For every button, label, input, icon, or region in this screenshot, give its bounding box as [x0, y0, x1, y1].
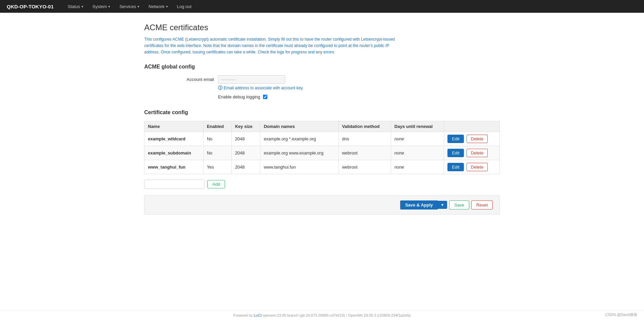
- cell-key-size: 2048: [231, 146, 260, 160]
- global-config-heading: ACME global config: [144, 64, 500, 70]
- global-config-section: ACME global config Account email ⓘ Email…: [144, 64, 500, 99]
- edit-button[interactable]: Edit: [447, 135, 464, 143]
- account-email-input[interactable]: [218, 75, 285, 84]
- col-key-size: Key size: [231, 121, 260, 132]
- watermark: CSDN @David唐将: [605, 312, 637, 317]
- chevron-down-icon: ▾: [138, 5, 139, 8]
- col-validation-method: Validation method: [338, 121, 391, 132]
- page-description: This configures ACME (Letsencrypt) autom…: [144, 36, 399, 56]
- table-row: www_tanghui_fun Yes 2048 www.tanghui.fun…: [145, 160, 500, 174]
- add-cert-button[interactable]: Add: [207, 180, 225, 188]
- page-footer: Powered by LuCI openwrt-23.05 branch (gi…: [0, 310, 644, 320]
- cert-config-heading: Certificate config: [144, 109, 500, 116]
- cell-validation-method: webroot: [338, 146, 391, 160]
- footer-version: openwrt-23.05 branch (git-24.073.29889-c…: [263, 313, 411, 317]
- footer-actions: Save & Apply ▼ Save Reset: [144, 195, 500, 215]
- col-name: Name: [145, 121, 204, 132]
- account-email-label: Account email: [144, 75, 218, 82]
- nav-item-network[interactable]: Network ▾: [145, 1, 172, 12]
- table-row: example_subdomain No 2048 example.org ww…: [145, 146, 500, 160]
- table-row: example_wildcard No 2048 example.org *.e…: [145, 132, 500, 146]
- cell-domain-names: example.org *.example.org: [260, 132, 338, 146]
- col-enabled: Enabled: [203, 121, 231, 132]
- cell-name: example_subdomain: [145, 146, 204, 160]
- page-title: ACME certificates: [144, 23, 500, 32]
- debug-logging-checkbox[interactable]: [263, 95, 267, 99]
- cell-name: example_wildcard: [145, 132, 204, 146]
- main-content: ACME certificates This configures ACME (…: [138, 13, 506, 235]
- nav-item-status[interactable]: Status ▾: [64, 1, 87, 12]
- chevron-down-icon: ▾: [108, 5, 110, 8]
- chevron-down-icon: ▾: [82, 5, 83, 8]
- debug-logging-label: Enable debug logging: [218, 94, 260, 99]
- add-cert-input[interactable]: [144, 180, 205, 189]
- debug-logging-row: Enable debug logging: [218, 94, 500, 99]
- cell-actions: Edit Delete: [444, 160, 500, 174]
- nav-item-logout[interactable]: Log out: [173, 1, 196, 12]
- save-apply-group: Save & Apply ▼: [400, 200, 447, 210]
- nav-items: Status ▾ System ▾ Services ▾ Network ▾ L…: [64, 1, 196, 12]
- cell-validation-method: webroot: [338, 160, 391, 174]
- save-apply-dropdown-button[interactable]: ▼: [438, 201, 447, 209]
- account-email-field-wrapper: ⓘ Email address to associate with accoun…: [218, 75, 304, 91]
- cell-actions: Edit Delete: [444, 132, 500, 146]
- info-icon: ⓘ: [218, 85, 222, 91]
- chevron-down-icon: ▾: [166, 5, 168, 8]
- edit-button[interactable]: Edit: [447, 149, 464, 157]
- col-days-until-renewal: Days until renewal: [391, 121, 444, 132]
- cert-table: Name Enabled Key size Domain names Valid…: [144, 121, 500, 174]
- delete-button[interactable]: Delete: [467, 135, 488, 143]
- cert-table-body: example_wildcard No 2048 example.org *.e…: [145, 132, 500, 174]
- cert-table-header: Name Enabled Key size Domain names Valid…: [145, 121, 500, 132]
- cell-enabled: Yes: [203, 160, 231, 174]
- save-button[interactable]: Save: [449, 200, 469, 210]
- cell-key-size: 2048: [231, 132, 260, 146]
- cell-days-until-renewal: none: [391, 132, 444, 146]
- cell-days-until-renewal: none: [391, 146, 444, 160]
- footer-powered-by: Powered by: [233, 313, 254, 317]
- cell-validation-method: dns: [338, 132, 391, 146]
- nav-item-services[interactable]: Services ▾: [115, 1, 143, 12]
- col-domain-names: Domain names: [260, 121, 338, 132]
- cert-config-section: Certificate config Name Enabled Key size…: [144, 109, 500, 215]
- delete-button[interactable]: Delete: [467, 149, 488, 157]
- account-email-hint: ⓘ Email address to associate with accoun…: [218, 85, 304, 91]
- navbar-brand: QKD-OP-TOKYO-01: [7, 4, 54, 9]
- col-actions: [444, 121, 500, 132]
- account-email-row: Account email ⓘ Email address to associa…: [144, 75, 500, 91]
- cell-domain-names: www.tanghui.fun: [260, 160, 338, 174]
- cell-enabled: No: [203, 132, 231, 146]
- save-apply-button[interactable]: Save & Apply: [400, 200, 438, 210]
- navbar: QKD-OP-TOKYO-01 Status ▾ System ▾ Servic…: [0, 0, 644, 13]
- cell-key-size: 2048: [231, 160, 260, 174]
- cell-enabled: No: [203, 146, 231, 160]
- cell-days-until-renewal: none: [391, 160, 444, 174]
- add-cert-row: Add: [144, 180, 500, 189]
- edit-button[interactable]: Edit: [447, 163, 464, 171]
- delete-button[interactable]: Delete: [467, 163, 488, 171]
- nav-item-system[interactable]: System ▾: [89, 1, 114, 12]
- cell-name: www_tanghui_fun: [145, 160, 204, 174]
- cell-domain-names: example.org www.example.org: [260, 146, 338, 160]
- reset-button[interactable]: Reset: [471, 200, 493, 210]
- footer-luci-link[interactable]: LuCI: [254, 313, 261, 317]
- cell-actions: Edit Delete: [444, 146, 500, 160]
